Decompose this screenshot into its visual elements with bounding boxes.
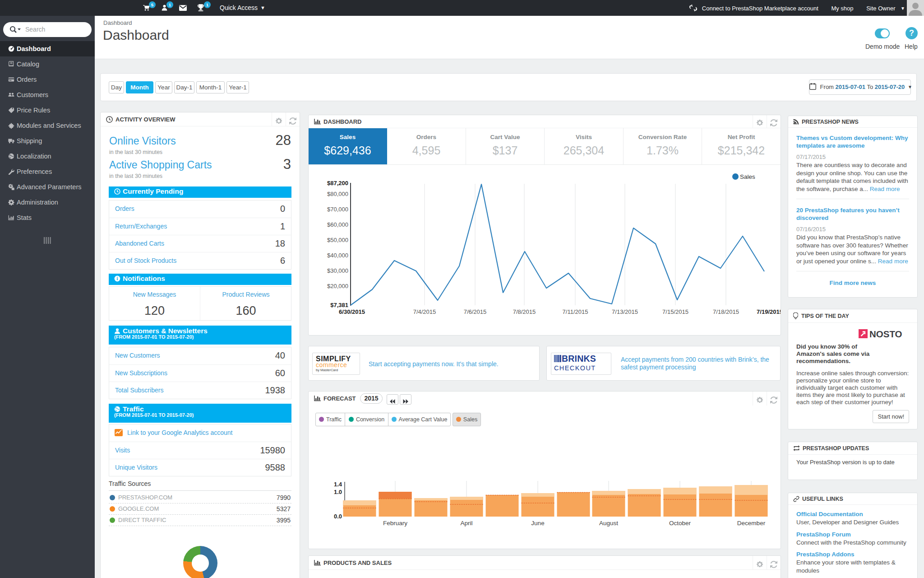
svg-text:June: June — [531, 520, 544, 527]
svg-text:7/4/2015: 7/4/2015 — [413, 308, 436, 315]
svg-text:$20,000: $20,000 — [327, 283, 348, 289]
svg-text:$80,000: $80,000 — [327, 191, 348, 197]
svg-text:$50,000: $50,000 — [327, 237, 348, 243]
svg-text:August: August — [599, 520, 618, 527]
svg-text:7/8/2015: 7/8/2015 — [513, 308, 536, 315]
svg-text:BRINKS: BRINKS — [562, 354, 596, 363]
svg-text:1.0: 1.0 — [334, 489, 342, 495]
svg-text:April: April — [460, 520, 472, 527]
svg-text:$40,000: $40,000 — [327, 252, 348, 259]
svg-text:$30,000: $30,000 — [327, 267, 348, 274]
svg-text:7/19/2015: 7/19/2015 — [757, 308, 781, 315]
svg-text:$70,000: $70,000 — [327, 206, 348, 213]
svg-text:6/30/2015: 6/30/2015 — [339, 308, 365, 315]
svg-text:Sales: Sales — [740, 173, 755, 180]
svg-text:7/13/2015: 7/13/2015 — [612, 308, 638, 315]
svg-text:$7,381: $7,381 — [330, 302, 348, 308]
svg-text:1.4: 1.4 — [334, 481, 342, 488]
svg-text:0.0: 0.0 — [334, 513, 342, 520]
svg-text:$87,200: $87,200 — [327, 180, 348, 186]
svg-text:NOSTO: NOSTO — [869, 329, 902, 339]
svg-text:February: February — [383, 520, 407, 527]
svg-text:$60,000: $60,000 — [327, 221, 348, 228]
svg-text:December: December — [737, 520, 766, 527]
svg-text:7/18/2015: 7/18/2015 — [713, 308, 739, 315]
svg-text:7/15/2015: 7/15/2015 — [662, 308, 688, 315]
svg-text:7/6/2015: 7/6/2015 — [464, 308, 487, 315]
svg-text:7/11/2015: 7/11/2015 — [563, 308, 588, 315]
svg-text:October: October — [669, 520, 691, 527]
